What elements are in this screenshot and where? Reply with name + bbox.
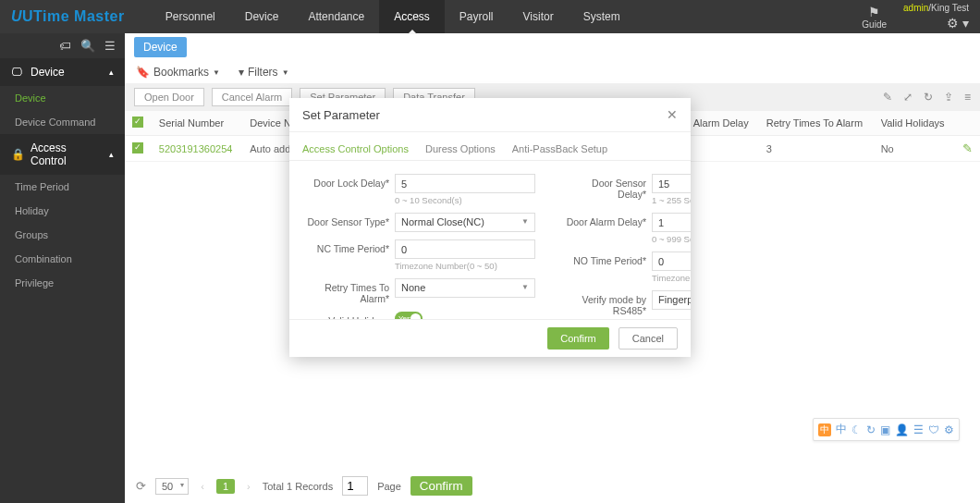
brand-text: UTime Master <box>22 8 125 24</box>
modal-cancel-button[interactable]: Cancel <box>619 327 678 350</box>
nav-access[interactable]: Access <box>379 0 445 33</box>
hint-door-sensor-delay: 1 ~ 255 Second(s) <box>652 195 691 205</box>
nav-system[interactable]: System <box>569 0 635 33</box>
label-no-time-period: NO Time Period* <box>561 252 652 266</box>
hint-door-alarm-delay: 0 ~ 999 Second(s) <box>652 234 691 244</box>
tab-anti-passback[interactable]: Anti-PassBack Setup <box>512 138 607 160</box>
hint-no-time-period: Timezone Number(0 ~ 50) <box>652 273 691 283</box>
input-door-lock-delay[interactable] <box>395 174 535 193</box>
label-door-alarm-delay: Door Alarm Delay* <box>561 213 652 227</box>
topbar: UUTime Master Personnel Device Attendanc… <box>0 0 980 33</box>
modal-confirm-button[interactable]: Confirm <box>547 327 609 350</box>
user-role: admin <box>903 3 928 13</box>
tab-access-control-options[interactable]: Access Control Options <box>302 138 409 160</box>
modal-title: Set Parameter <box>302 108 380 122</box>
nav-payroll[interactable]: Payroll <box>445 0 508 33</box>
label-verify-mode: Verify mode by RS485* <box>561 290 652 316</box>
settings-gear-icon[interactable]: ⚙ ▾ <box>947 16 969 31</box>
label-door-sensor-delay: Door Sensor Delay* <box>561 174 652 200</box>
brand-logo: UUTime Master <box>11 8 125 25</box>
input-door-alarm-delay[interactable] <box>652 213 691 232</box>
select-door-sensor-type-value: Normal Close(NC) <box>401 216 484 227</box>
nav-attendance[interactable]: Attendance <box>293 0 379 33</box>
toggle-valid-holidays[interactable]: Yes <box>395 312 423 319</box>
hint-door-lock-delay: 0 ~ 10 Second(s) <box>395 195 535 205</box>
hint-nc-time-period: Timezone Number(0 ~ 50) <box>395 261 535 271</box>
input-nc-time-period[interactable] <box>395 239 535 259</box>
input-door-sensor-delay[interactable] <box>652 174 691 193</box>
modal-backdrop: Set Parameter ✕ Access Control Options D… <box>0 33 980 503</box>
label-door-sensor-type: Door Sensor Type* <box>304 213 395 227</box>
set-parameter-modal: Set Parameter ✕ Access Control Options D… <box>289 98 691 357</box>
user-name: King Test <box>931 3 969 13</box>
tab-duress-options[interactable]: Duress Options <box>425 138 496 160</box>
user-info: admin/King Test <box>903 3 969 13</box>
toggle-valid-holidays-label: Yes <box>398 314 410 319</box>
main-nav: Personnel Device Attendance Access Payro… <box>151 0 635 33</box>
chevron-down-icon: ▼ <box>521 217 529 226</box>
signpost-icon: ⚑ <box>868 5 880 19</box>
nav-device[interactable]: Device <box>230 0 294 33</box>
input-no-time-period[interactable] <box>652 252 691 271</box>
guide-label: Guide <box>862 19 887 30</box>
label-nc-time-period: NC Time Period* <box>304 239 395 254</box>
label-valid-holidays: Valid Holidays <box>304 312 395 319</box>
chevron-down-icon: ▼ <box>521 283 529 291</box>
label-door-lock-delay: Door Lock Delay* <box>304 174 395 189</box>
nav-visitor[interactable]: Visitor <box>508 0 569 33</box>
select-retry-alarm-value: None <box>401 282 425 293</box>
select-door-sensor-type[interactable]: Normal Close(NC)▼ <box>395 213 535 232</box>
close-icon[interactable]: ✕ <box>667 107 678 122</box>
nav-personnel[interactable]: Personnel <box>151 0 230 33</box>
select-retry-alarm[interactable]: None▼ <box>395 278 535 298</box>
select-verify-mode-value: Fingerprint/Card <box>658 294 691 305</box>
select-verify-mode[interactable]: Fingerprint/Card▼ <box>652 290 691 310</box>
guide-button[interactable]: ⚑ Guide <box>862 5 887 30</box>
label-retry-alarm: Retry Times To Alarm* <box>304 278 395 304</box>
